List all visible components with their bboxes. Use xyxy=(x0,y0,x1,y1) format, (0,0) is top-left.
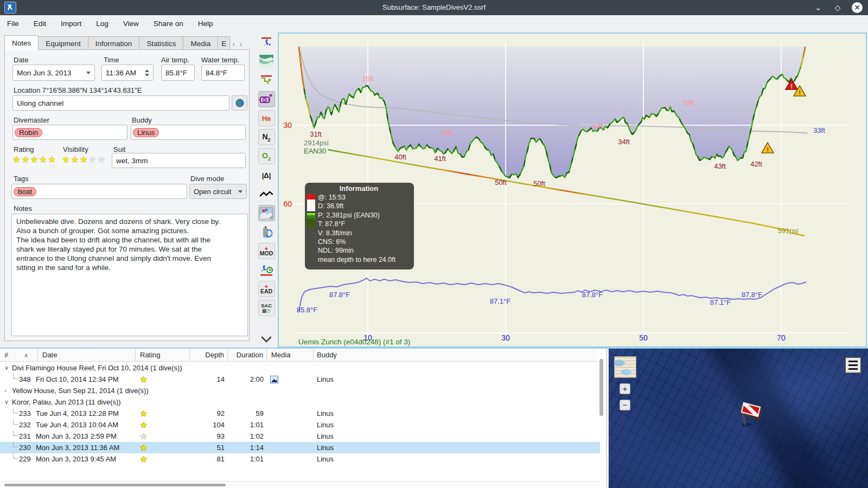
trip-row[interactable]: ›Yellow House, Sun Sep 21, 2014 (1 dive(… xyxy=(0,385,600,396)
delta-depth-icon[interactable]: |Δ| xyxy=(258,167,275,183)
trip-expand-icon[interactable]: ∨ xyxy=(4,362,9,374)
events-icon[interactable] xyxy=(258,91,275,107)
tab-scroll-right-icon[interactable]: › xyxy=(237,37,244,50)
mod-icon[interactable]: +MOD xyxy=(258,243,275,259)
depth-annotation: 50ft xyxy=(495,178,507,187)
water-gradient-icon[interactable] xyxy=(258,53,275,69)
dive-list-hscroll-track[interactable] xyxy=(0,481,600,488)
menu-item-edit[interactable]: Edit xyxy=(34,20,46,28)
tag-chip[interactable]: boat xyxy=(14,187,36,196)
maximize-button[interactable]: ◇ xyxy=(832,2,843,13)
tree-branch-line xyxy=(13,442,18,447)
sort-indicator-icon[interactable]: ∧ xyxy=(24,349,28,362)
map-zoom-in-button[interactable]: + xyxy=(620,383,630,394)
globe-button[interactable] xyxy=(232,95,247,111)
tab-statistics[interactable]: Statistics xyxy=(139,36,183,50)
air-temp-field[interactable]: 85.8°F xyxy=(161,65,195,81)
column-header-date[interactable]: Date xyxy=(38,349,136,362)
column-header-depth[interactable]: Depth xyxy=(190,349,228,362)
tank-bar-icon[interactable] xyxy=(258,224,275,240)
spinner-arrows-icon[interactable] xyxy=(145,69,149,76)
tab-notes[interactable]: Notes xyxy=(4,35,39,50)
star-empty-icon: ★ xyxy=(97,155,106,165)
menu-item-help[interactable]: Help xyxy=(198,20,213,28)
depth-axis-tick: 60 xyxy=(283,200,292,208)
dive-row[interactable]: 232Tue Jun 4, 2013 10:04 AM★★★★★1041:01L… xyxy=(0,419,600,431)
dive-row[interactable]: 231Mon Jun 3, 2013 2:59 PM★★★★★931:02Lin… xyxy=(0,431,600,442)
trip-row[interactable]: ∨Koror, Palau, Jun 2013 (11 dive(s)) xyxy=(0,396,600,408)
dive-row[interactable]: 229Mon Jun 3, 2013 9:45 AM★★★★★811:01Lin… xyxy=(0,453,600,465)
legend-color-0 xyxy=(307,194,315,200)
time-spinner[interactable]: 11:36 AM xyxy=(101,65,154,81)
minimap-thumbnail[interactable] xyxy=(614,356,636,378)
dive-time-icon[interactable] xyxy=(258,262,275,278)
tab-scroll-left-icon[interactable]: ‹ xyxy=(230,37,237,50)
nitrogen-graph-icon[interactable]: N2 xyxy=(258,129,275,145)
divemaster-label: Divemaster xyxy=(14,116,49,124)
ead-icon[interactable]: +EAD xyxy=(258,281,275,297)
trip-expand-icon[interactable]: ∨ xyxy=(4,396,9,408)
star-filled-icon: ★ xyxy=(140,374,147,385)
dive-depth: 14 xyxy=(190,374,225,385)
trip-row[interactable]: ∨Divi Flamingo House Reef, Fri Oct 10, 2… xyxy=(0,362,600,374)
star-filled-icon: ★ xyxy=(30,155,39,165)
map-menu-button[interactable] xyxy=(845,357,861,374)
dive-duration: 1:01 xyxy=(228,453,264,465)
column-header-rating[interactable]: Rating xyxy=(136,349,190,362)
tab-media[interactable]: Media xyxy=(183,36,218,50)
dive-row[interactable]: 348Fri Oct 10, 2014 12:34 PM★★★★★142:00L… xyxy=(0,374,600,385)
location-field[interactable]: Ulong channel xyxy=(12,95,229,111)
oxygen-graph-icon[interactable]: O2 xyxy=(258,148,275,164)
dive-mode-combobox[interactable]: Open circuit xyxy=(189,184,247,199)
dive-site-map[interactable]: + − xyxy=(609,349,868,488)
trip-expand-icon[interactable]: › xyxy=(4,385,7,396)
collapse-toolbar-icon[interactable] xyxy=(258,331,275,348)
dive-row[interactable]: 233Tue Jun 4, 2013 12:28 PM★★★★★9259Linu… xyxy=(0,408,600,419)
column-header-duration[interactable]: Duration xyxy=(228,349,267,362)
dive-list-vertical-scrollbar[interactable] xyxy=(599,359,603,416)
menu-item-log[interactable]: Log xyxy=(96,20,108,28)
divemaster-field[interactable]: Robin xyxy=(12,125,127,140)
dive-row[interactable]: 230Mon Jun 3, 2013 11:36 AM★★★★★511:14Li… xyxy=(0,442,600,453)
date-combobox[interactable]: Mon Jun 3, 2013 xyxy=(12,65,95,81)
column-header-buddy[interactable]: Buddy xyxy=(314,349,596,362)
profile-dive-icon[interactable] xyxy=(258,34,275,50)
minimize-button[interactable]: ⌄ xyxy=(813,2,824,13)
tab-e[interactable]: E xyxy=(218,36,230,50)
suit-field[interactable]: wet, 3mm xyxy=(112,153,246,168)
map-zoom-out-button[interactable]: − xyxy=(620,400,630,410)
profile-toolbar: HeN2O2|Δ|+MOD+EADSAC▦◷ xyxy=(255,34,278,348)
dc-ceiling-icon[interactable] xyxy=(258,72,275,88)
buddy-chip[interactable]: Linus xyxy=(133,128,159,137)
helium-graph-icon[interactable]: He xyxy=(258,110,275,126)
tags-field[interactable]: boat xyxy=(11,184,187,199)
sac-icon[interactable]: SAC▦◷ xyxy=(258,300,275,316)
trip-label: Divi Flamingo House Reef, Fri Oct 10, 20… xyxy=(12,362,182,374)
menu-item-import[interactable]: Import xyxy=(61,20,81,28)
water-temp-field[interactable]: 84.8°F xyxy=(201,65,245,81)
column-header-media[interactable]: Media xyxy=(267,349,314,362)
depth-annotation: 23ft xyxy=(682,99,694,107)
divemaster-chip[interactable]: Robin xyxy=(15,128,42,137)
tab-equipment[interactable]: Equipment xyxy=(39,36,88,50)
rating-stars[interactable]: ★★★★★ xyxy=(12,154,56,165)
depth-annotation: 35ft xyxy=(441,129,453,137)
close-button[interactable]: ✕ xyxy=(852,2,863,13)
dive-buddy: Linus xyxy=(317,419,334,431)
menu-item-view[interactable]: View xyxy=(123,20,139,28)
warning-triangle-icon-exclamation: ! xyxy=(767,146,769,153)
visibility-stars[interactable]: ★★★★★ xyxy=(62,154,106,165)
column-header-num[interactable]: # ∧ xyxy=(0,349,38,362)
notes-textarea[interactable]: Unbelievable dive. Dozens and dozens of … xyxy=(11,214,248,336)
dive-list-header[interactable]: # ∧DateRatingDepthDurationMediaBuddy xyxy=(0,349,597,362)
heartrate-icon[interactable] xyxy=(258,186,275,202)
buddy-field[interactable]: Linus xyxy=(131,125,246,140)
photos-icon[interactable] xyxy=(258,205,275,221)
menu-item-file[interactable]: File xyxy=(7,20,19,28)
info-tooltip-row: NDL: 99min xyxy=(318,246,395,255)
menu-item-share-on[interactable]: Share on xyxy=(154,20,183,28)
dive-list-horizontal-scrollbar[interactable] xyxy=(4,484,226,486)
dive-flag-marker[interactable] xyxy=(735,396,765,430)
dive-profile-chart[interactable]: !!!15ft31ft40ft41ft35ft50ft50ft31ft34ft2… xyxy=(278,33,867,348)
tab-information[interactable]: Information xyxy=(88,36,140,50)
